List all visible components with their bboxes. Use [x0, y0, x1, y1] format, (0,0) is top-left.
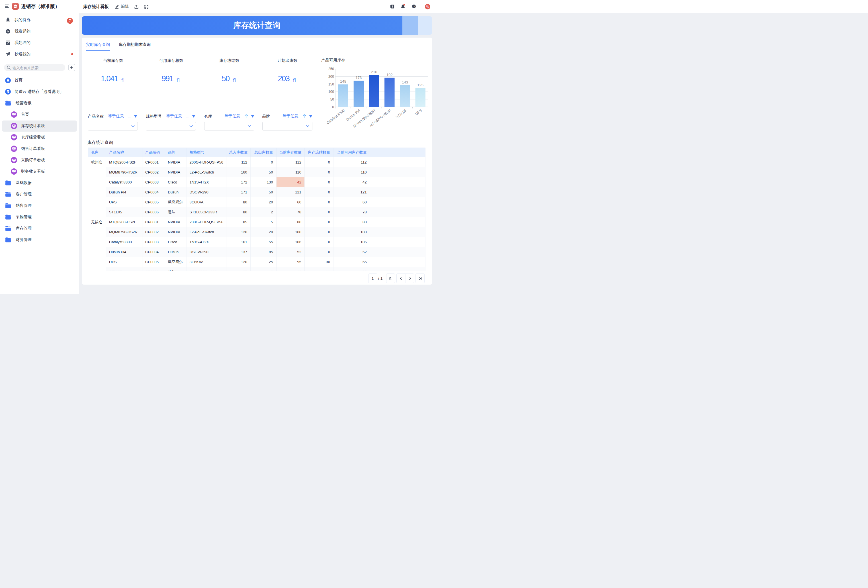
svg-text:173: 173 — [356, 75, 362, 80]
svg-text:UPS: UPS — [414, 109, 423, 116]
svg-text:100: 100 — [328, 90, 334, 94]
svg-text:产品可用库存: 产品可用库存 — [321, 58, 345, 62]
svg-text:150: 150 — [328, 82, 334, 86]
svg-text:200: 200 — [328, 75, 334, 78]
svg-text:ST1L05: ST1L05 — [395, 109, 407, 120]
svg-text:192: 192 — [387, 72, 393, 77]
svg-text:0: 0 — [332, 105, 334, 109]
svg-text:210: 210 — [371, 70, 377, 74]
svg-text:148: 148 — [340, 79, 346, 83]
svg-text:?: ? — [413, 5, 415, 8]
svg-text:125: 125 — [417, 83, 424, 87]
svg-text:Catalyst 8300: Catalyst 8300 — [326, 109, 345, 125]
svg-text:143: 143 — [402, 80, 408, 84]
svg-text:250: 250 — [328, 67, 334, 71]
svg-text:50: 50 — [330, 98, 334, 101]
svg-text:Dusun Pi4: Dusun Pi4 — [345, 109, 361, 122]
